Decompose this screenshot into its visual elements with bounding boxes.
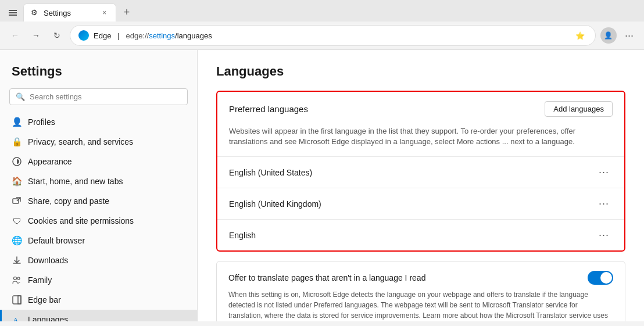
svg-point-6: [17, 277, 20, 280]
address-field[interactable]: Edge | edge://settings/languages ⭐: [70, 25, 596, 46]
sidebar-item-privacy[interactable]: 🔒 Privacy, search, and services: [0, 132, 197, 152]
sidebar-label-share: Share, copy and paste: [28, 196, 109, 206]
new-tab-button[interactable]: +: [119, 5, 135, 21]
svg-rect-1: [9, 12, 17, 13]
sidebar-label-profiles: Profiles: [28, 117, 55, 127]
family-icon: [12, 275, 22, 285]
svg-rect-0: [9, 10, 17, 11]
language-item-en: English ···: [217, 220, 624, 250]
browser-chrome: ⚙ Settings × + ← → ↻ Edge | edge://setti…: [0, 0, 644, 50]
address-text: Edge | edge://settings/languages: [94, 31, 568, 40]
sidebar-label-privacy: Privacy, search, and services: [28, 137, 133, 146]
downloads-icon: [12, 255, 22, 266]
svg-rect-2: [9, 15, 17, 16]
sidebar-item-share[interactable]: Share, copy and paste: [0, 191, 197, 211]
start-home-icon: 🏠: [12, 176, 22, 187]
preferred-languages-desc: Websites will appear in the first langua…: [217, 126, 624, 156]
preferred-languages-section: Preferred languages Add languages Websit…: [216, 91, 625, 252]
page-title: Languages: [216, 64, 625, 79]
translate-toggle[interactable]: [588, 271, 613, 285]
svg-rect-8: [18, 296, 21, 304]
main-layout: Settings 🔍 👤 Profiles 🔒 Privacy, search,…: [0, 50, 644, 321]
forward-button[interactable]: →: [28, 27, 44, 44]
sidebar-item-start-home[interactable]: 🏠 Start, home, and new tabs: [0, 171, 197, 191]
language-item-en-gb: English (United Kingdom) ···: [217, 188, 624, 219]
sidebar-label-appearance: Appearance: [28, 157, 72, 166]
default-browser-icon: 🌐: [12, 235, 22, 246]
sidebar-label-cookies: Cookies and site permissions: [28, 216, 134, 225]
profile-button[interactable]: 👤: [600, 27, 617, 44]
tab-bar: ⚙ Settings × +: [0, 0, 644, 22]
language-name-en-us: English (United States): [229, 168, 312, 177]
language-more-en-gb[interactable]: ···: [595, 196, 613, 211]
favorites-icon[interactable]: ⭐: [573, 28, 587, 42]
address-bar: ← → ↻ Edge | edge://settings/languages ⭐…: [0, 22, 644, 49]
sidebar-item-default-browser[interactable]: 🌐 Default browser: [0, 231, 197, 250]
preferred-languages-header: Preferred languages Add languages: [217, 92, 624, 126]
sidebar-label-downloads: Downloads: [28, 256, 68, 265]
url-prefix: edge://: [126, 31, 149, 40]
preferred-languages-title: Preferred languages: [229, 104, 308, 114]
translate-desc: When this setting is on, Microsoft Edge …: [228, 289, 613, 321]
translate-section: Offer to translate pages that aren't in …: [216, 261, 625, 321]
language-item-en-us: English (United States) ···: [217, 157, 624, 188]
share-icon: [12, 196, 22, 206]
sidebar-nav: 👤 Profiles 🔒 Privacy, search, and servic…: [0, 112, 197, 321]
brand-name: Edge: [94, 31, 111, 40]
translate-desc-text: When this setting is on, Microsoft Edge …: [228, 291, 608, 321]
active-tab[interactable]: ⚙ Settings ×: [23, 3, 116, 22]
sidebar-item-edge-bar[interactable]: Edge bar: [0, 290, 197, 310]
sidebar-item-appearance[interactable]: Appearance: [0, 152, 197, 171]
svg-text:A: A: [13, 316, 18, 321]
languages-icon: A: [12, 314, 22, 321]
settings-content: Languages Preferred languages Add langua…: [198, 50, 644, 321]
language-more-en-us[interactable]: ···: [595, 165, 613, 180]
sidebar-label-languages: Languages: [28, 315, 68, 321]
svg-rect-7: [13, 296, 21, 304]
back-button[interactable]: ←: [7, 27, 23, 44]
reload-button[interactable]: ↻: [49, 27, 65, 44]
sidebar-item-family[interactable]: Family: [0, 270, 197, 290]
edge-bar-icon: [12, 295, 22, 305]
sidebar-item-profiles[interactable]: 👤 Profiles: [0, 112, 197, 132]
appearance-icon: [12, 156, 22, 167]
sidebar-item-downloads[interactable]: Downloads: [0, 250, 197, 270]
sidebar-toggle[interactable]: [5, 5, 21, 21]
sidebar-item-cookies[interactable]: 🛡 Cookies and site permissions: [0, 211, 197, 231]
search-box[interactable]: 🔍: [9, 88, 188, 105]
tab-close-button[interactable]: ×: [100, 8, 109, 18]
search-input[interactable]: [30, 92, 181, 101]
language-more-en[interactable]: ···: [595, 228, 613, 242]
privacy-icon: 🔒: [12, 137, 22, 147]
settings-title: Settings: [0, 59, 197, 88]
translate-header: Offer to translate pages that aren't in …: [228, 271, 613, 285]
edge-logo-icon: [78, 30, 89, 41]
language-name-en-gb: English (United Kingdom): [229, 199, 321, 209]
browser-more-button[interactable]: ···: [621, 27, 637, 44]
add-languages-button[interactable]: Add languages: [545, 101, 613, 117]
svg-rect-4: [13, 199, 19, 203]
sidebar-label-default-browser: Default browser: [28, 236, 85, 245]
tab-title: Settings: [44, 9, 96, 17]
svg-point-5: [14, 277, 17, 280]
translate-title: Offer to translate pages that aren't in …: [228, 273, 425, 282]
cookies-icon: 🛡: [12, 216, 22, 226]
sidebar-item-languages[interactable]: A Languages: [0, 310, 197, 321]
address-icons: ⭐: [573, 28, 587, 42]
url-highlight: settings: [149, 31, 175, 40]
sidebar-label-edge-bar: Edge bar: [28, 295, 61, 304]
language-name-en: English: [229, 231, 256, 240]
tab-favicon: ⚙: [31, 8, 40, 17]
settings-sidebar: Settings 🔍 👤 Profiles 🔒 Privacy, search,…: [0, 50, 198, 321]
search-icon: 🔍: [16, 92, 25, 101]
sidebar-label-start-home: Start, home, and new tabs: [28, 177, 123, 186]
url-path: /languages: [175, 31, 212, 40]
sidebar-label-family: Family: [28, 275, 52, 285]
profiles-icon: 👤: [12, 117, 22, 127]
